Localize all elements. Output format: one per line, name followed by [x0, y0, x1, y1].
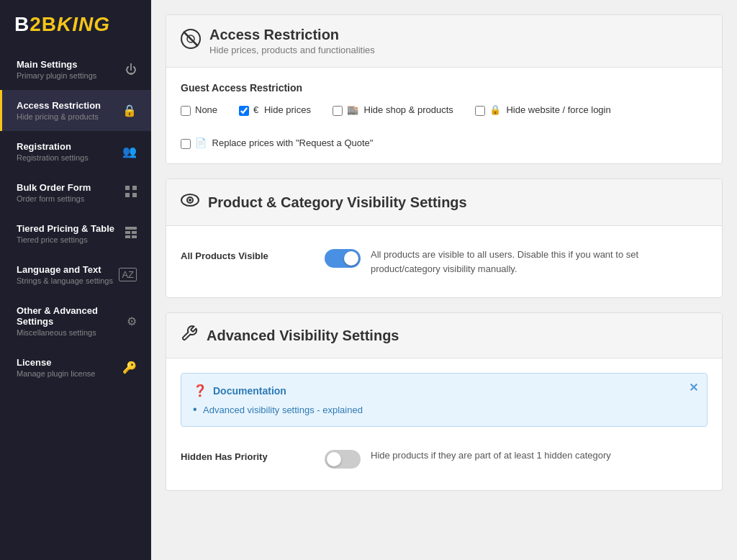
access-restriction-header: Access Restriction Hide prices, products…: [166, 15, 722, 68]
checkbox-none[interactable]: [181, 106, 191, 116]
power-icon: ⏻: [125, 63, 137, 76]
option-replace-prices[interactable]: 📄 Replace prices with "Request a Quote": [181, 137, 373, 149]
svg-point-14: [189, 199, 191, 202]
gear-icon: ⚙: [127, 315, 137, 328]
hidden-priority-row: Hidden Has Priority Hide products if the…: [181, 441, 707, 476]
svg-rect-2: [125, 193, 130, 197]
option-hide-shop-label: 🏬 Hide shop & products: [347, 104, 453, 115]
product-visibility-title: Product & Category Visibility Settings: [208, 194, 467, 211]
svg-line-10: [184, 32, 198, 46]
question-circle-icon: ❓: [193, 384, 207, 397]
svg-rect-7: [125, 235, 130, 238]
logo-2b: 2B: [30, 13, 57, 35]
advanced-visibility-title: Advanced Visibility Settings: [207, 328, 399, 344]
all-products-visible-label: All Products Visible: [181, 248, 310, 261]
product-visibility-card: Product & Category Visibility Settings A…: [166, 179, 723, 298]
users-icon: 👥: [122, 145, 137, 158]
language-icon: AZ: [119, 268, 137, 281]
all-products-toggle[interactable]: [325, 249, 361, 268]
sidebar-item-access-restriction[interactable]: Access Restriction Hide pricing & produc…: [0, 90, 151, 131]
sidebar-item-language-text[interactable]: Language and Text Strings & language set…: [0, 254, 151, 295]
hidden-priority-toggle[interactable]: [325, 450, 361, 469]
hidden-priority-desc: Hide products if they are part of at lea…: [371, 448, 611, 463]
main-content: Access Restriction Hide prices, products…: [151, 0, 737, 560]
svg-rect-3: [132, 193, 137, 197]
product-visibility-body: All Products Visible All products are vi…: [166, 226, 722, 297]
all-products-visible-row: All Products Visible All products are vi…: [181, 240, 707, 283]
doc-close-button[interactable]: ✕: [689, 381, 698, 394]
doc-link[interactable]: Advanced visibility settings - explained: [203, 405, 363, 415]
guest-access-label: Guest Access Restriction: [181, 82, 707, 94]
sidebar-item-license[interactable]: License Manage plugin license 🔑: [0, 347, 151, 388]
svg-rect-1: [132, 186, 137, 190]
advanced-visibility-header: Advanced Visibility Settings: [166, 313, 722, 358]
sidebar-item-registration[interactable]: Registration Registration settings 👥: [0, 131, 151, 172]
eye-icon: [181, 191, 199, 214]
option-replace-prices-label: 📄 Replace prices with "Request a Quote": [195, 137, 373, 148]
option-none-label: None: [195, 104, 217, 115]
svg-rect-5: [125, 231, 130, 234]
logo: B2BKING: [0, 0, 151, 49]
access-restriction-icon: [181, 29, 201, 53]
sidebar-item-other-advanced[interactable]: Other & Advanced Settings Miscellaneous …: [0, 295, 151, 347]
logo-b: B: [14, 13, 30, 35]
guest-access-body: Guest Access Restriction None € Hide pri…: [166, 68, 722, 163]
checkbox-hide-shop[interactable]: [333, 106, 343, 116]
lock-icon: 🔒: [122, 104, 137, 117]
svg-rect-8: [132, 235, 137, 238]
checkbox-hide-website[interactable]: [475, 106, 485, 116]
svg-rect-0: [125, 186, 130, 190]
option-hide-prices-label: € Hide prices: [253, 104, 311, 115]
key-icon: 🔑: [122, 361, 137, 374]
doc-title: Documentation: [213, 385, 286, 397]
checkbox-hide-prices[interactable]: [239, 106, 249, 116]
sidebar: B2BKING Main Settings Primary plugin set…: [0, 0, 151, 560]
access-restriction-card: Access Restriction Hide prices, products…: [166, 14, 723, 164]
advanced-visibility-body: ❓ Documentation • Advanced visibility se…: [166, 358, 722, 490]
option-hide-prices[interactable]: € Hide prices: [239, 104, 311, 116]
all-products-desc: All products are visible to all users. D…: [371, 248, 707, 276]
svg-rect-6: [132, 231, 137, 234]
sidebar-item-bulk-order-form[interactable]: Bulk Order Form Order form settings: [0, 172, 151, 213]
documentation-box: ❓ Documentation • Advanced visibility se…: [181, 373, 707, 427]
table-icon: [125, 227, 137, 241]
sidebar-item-tiered-pricing[interactable]: Tiered Pricing & Table Tiered price sett…: [0, 213, 151, 254]
sidebar-item-main-settings[interactable]: Main Settings Primary plugin settings ⏻: [0, 49, 151, 90]
grid-icon: [125, 186, 137, 200]
product-visibility-header: Product & Category Visibility Settings: [166, 179, 722, 226]
advanced-visibility-card: Advanced Visibility Settings ❓ Documenta…: [166, 312, 723, 491]
logo-king: KING: [57, 13, 110, 35]
checkbox-replace-prices[interactable]: [181, 139, 191, 149]
option-hide-website[interactable]: 🔒 Hide website / force login: [475, 104, 611, 116]
wrench-icon: [181, 325, 198, 346]
option-hide-website-label: 🔒 Hide website / force login: [489, 104, 611, 115]
option-none[interactable]: None: [181, 104, 217, 116]
access-options: None € Hide prices 🏬 Hide shop & product…: [181, 104, 707, 149]
option-hide-shop[interactable]: 🏬 Hide shop & products: [333, 104, 453, 116]
hidden-priority-label: Hidden Has Priority: [181, 448, 310, 462]
svg-rect-4: [125, 227, 137, 230]
